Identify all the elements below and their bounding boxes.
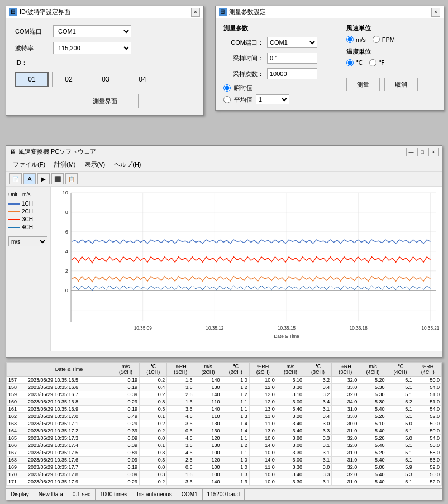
dialog-id-icon: 🖥 (9, 8, 17, 16)
menu-help[interactable]: ヘルプ(H) (109, 159, 145, 170)
table-cell: 5.3 (387, 471, 414, 478)
ch3-line (72, 257, 430, 263)
instant-radio-row: 瞬时值 (223, 84, 323, 92)
table-cell: 0.09 (112, 471, 139, 478)
cancel-button[interactable]: 取消 (384, 78, 418, 91)
temp-unit-group: ℃ ℉ (346, 59, 436, 66)
table-cell: 5.2 (387, 398, 414, 406)
table-cell: 1.6 (167, 398, 194, 406)
table-cell: 10.0 (249, 435, 277, 442)
table-cell: 3.40 (277, 420, 304, 427)
toolbar-btn-3[interactable]: ▶ (37, 173, 50, 184)
average-radio-row: 平均值 1 (223, 94, 323, 104)
table-cell: 100 (194, 471, 222, 478)
table-cell: 2023/05/29 10:35:16.7 (26, 391, 112, 398)
table-cell: 14.0 (249, 457, 277, 464)
win-minimize-button[interactable]: — (406, 148, 416, 156)
legend-2ch: 2CH (8, 208, 48, 215)
measure-com-select[interactable]: COM1 (267, 37, 317, 48)
table-cell: 130 (194, 427, 222, 435)
ms-radio[interactable] (346, 36, 354, 43)
table-cell: 0.19 (112, 377, 139, 384)
table-header: Date & Time m/s(1CH) ℃(1CH) %RH(1CH) m/s… (7, 363, 442, 377)
menu-measure[interactable]: 計測(M) (50, 159, 80, 170)
table-cell: 130 (194, 442, 222, 449)
win-controls: — □ × (406, 148, 439, 156)
table-cell: 51.0 (414, 391, 441, 398)
table-cell: 31.0 (332, 478, 359, 486)
measure-params-title: 測量参数 (223, 24, 323, 32)
svg-text:10:35:15: 10:35:15 (278, 325, 296, 330)
average-radio[interactable] (223, 96, 231, 103)
menu-file[interactable]: ファイル(F) (8, 159, 50, 170)
id-btn-01[interactable]: 01 (15, 72, 49, 87)
table-cell: 3.1 (304, 449, 332, 457)
sample-count-input[interactable] (267, 68, 317, 79)
dialog-measure-close-button[interactable]: × (431, 8, 440, 17)
average-select[interactable]: 1 (256, 94, 289, 104)
table-cell: 3.30 (277, 384, 304, 391)
unit-dropdown[interactable]: m/s (8, 236, 47, 246)
table-cell: 12.0 (249, 384, 277, 391)
menu-view[interactable]: 表示(V) (80, 159, 110, 170)
table-cell: 3.30 (277, 478, 304, 486)
celsius-label: ℃ (356, 59, 363, 66)
dialog-id-close-button[interactable]: × (191, 8, 200, 17)
table-row: 1712023/05/29 10:35:17.90.290.23.61401.3… (7, 478, 442, 486)
fpm-radio[interactable] (373, 36, 380, 43)
table-cell: 3.3 (304, 435, 332, 442)
id-btn-04[interactable]: 04 (126, 72, 159, 87)
table-cell: 3.30 (277, 464, 304, 471)
baud-select[interactable]: 115,200 (53, 42, 131, 54)
table-cell: 100 (194, 464, 222, 471)
table-cell: 165 (7, 435, 26, 442)
table-cell: 12.0 (249, 398, 277, 406)
win-close-button[interactable]: × (428, 148, 439, 156)
table-cell: 5.9 (387, 464, 414, 471)
table-cell: 5.40 (359, 457, 387, 464)
id-btn-03[interactable]: 03 (89, 72, 122, 87)
toolbar-btn-1[interactable]: 📄 (9, 173, 22, 184)
table-cell: 164 (7, 427, 26, 435)
table-cell: 13.0 (249, 413, 277, 420)
fpm-label: FPM (382, 36, 395, 43)
com-select[interactable]: COM1 (53, 25, 131, 37)
table-scroll[interactable]: Date & Time m/s(1CH) ℃(1CH) %RH(1CH) m/s… (6, 362, 442, 489)
table-cell: 2023/05/29 10:35:17.1 (26, 420, 112, 427)
table-cell: 110 (194, 398, 222, 406)
fahrenheit-radio[interactable] (369, 59, 376, 66)
data-table: Date & Time m/s(1CH) ℃(1CH) %RH(1CH) m/s… (6, 362, 442, 486)
table-cell: 0.39 (112, 427, 139, 435)
table-cell: 3.6 (167, 442, 194, 449)
legend-1ch-line (8, 203, 20, 205)
table-cell: 100 (194, 449, 222, 457)
legend-1ch-label: 1CH (22, 201, 33, 207)
measure-interface-button[interactable]: 測量界面 (72, 94, 139, 108)
instant-radio[interactable] (223, 84, 231, 92)
table-cell: 0.19 (112, 384, 139, 391)
toolbar-btn-4[interactable]: ⬛ (51, 173, 64, 184)
table-cell: 5.1 (387, 457, 414, 464)
toolbar-btn-2[interactable]: A (23, 173, 36, 184)
toolbar-btn-5[interactable]: 📋 (65, 173, 78, 184)
table-cell: 1.1 (222, 406, 249, 413)
dialog-measure-content: 測量参数 COM端口： COM1 采样时间： 采样次数： 瞬时值 (216, 18, 444, 110)
dialog-id-titlebar: 🖥 ID/波特率設定界面 × (6, 6, 203, 18)
win-maximize-button[interactable]: □ (417, 148, 427, 156)
table-cell: 1.6 (167, 471, 194, 478)
table-cell: 3.3 (304, 427, 332, 435)
table-cell: 2023/05/29 10:35:17.0 (26, 413, 112, 420)
table-cell: 2023/05/29 10:35:16.8 (26, 398, 112, 406)
svg-text:0: 0 (65, 287, 68, 293)
status-com: COM1 (177, 489, 203, 500)
table-row: 1692023/05/29 10:35:17.70.190.00.61001.0… (7, 464, 442, 471)
table-cell: 166 (7, 442, 26, 449)
table-cell: 160 (7, 398, 26, 406)
table-cell: 1.1 (222, 435, 249, 442)
table-cell: 54.0 (414, 384, 441, 391)
sample-time-input[interactable] (267, 53, 317, 64)
id-btn-02[interactable]: 02 (52, 72, 85, 87)
measure-button[interactable]: 測量 (346, 78, 380, 91)
celsius-radio[interactable] (346, 59, 354, 66)
baud-label: 波特率 (15, 44, 49, 53)
